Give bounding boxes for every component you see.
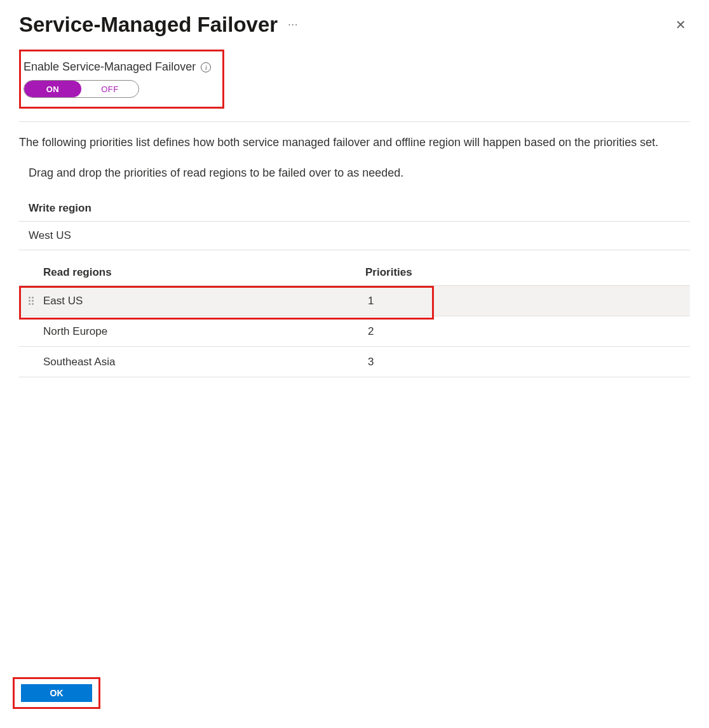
panel-header: Service-Managed Failover ··· ✕: [0, 0, 709, 43]
drag-handle-icon[interactable]: [24, 316, 38, 346]
read-regions-column-header: Read regions: [19, 266, 365, 279]
drag-handle-icon[interactable]: [24, 286, 38, 316]
region-row-wrapper: East US 1: [19, 286, 690, 316]
page-title: Service-Managed Failover: [19, 13, 278, 37]
region-name: East US: [38, 295, 365, 307]
write-region-label: Write region: [19, 196, 690, 222]
enable-label-row: Enable Service-Managed Failover i: [24, 60, 211, 74]
divider: [19, 121, 690, 122]
read-regions-header: Read regions Priorities: [19, 250, 690, 286]
drag-handle-icon[interactable]: [24, 347, 38, 377]
title-group: Service-Managed Failover ···: [19, 13, 299, 37]
toggle-off-option[interactable]: OFF: [81, 81, 138, 97]
region-name: North Europe: [38, 325, 365, 338]
close-icon[interactable]: ✕: [672, 13, 690, 36]
region-priority: 2: [365, 325, 374, 338]
more-options-icon[interactable]: ···: [288, 19, 298, 30]
info-icon[interactable]: i: [201, 62, 211, 72]
read-region-row[interactable]: North Europe 2: [19, 316, 690, 347]
region-name: Southeast Asia: [38, 356, 365, 368]
ok-button[interactable]: OK: [21, 684, 92, 702]
write-region-value: West US: [19, 222, 690, 250]
footer: OK: [13, 677, 100, 709]
read-region-row[interactable]: Southeast Asia 3: [19, 347, 690, 377]
priorities-column-header: Priorities: [365, 266, 412, 279]
enable-failover-label: Enable Service-Managed Failover: [24, 60, 196, 74]
enable-failover-toggle[interactable]: ON OFF: [24, 80, 139, 98]
panel-content: Enable Service-Managed Failover i ON OFF…: [0, 43, 709, 377]
toggle-on-option[interactable]: ON: [24, 81, 81, 97]
priorities-description: The following priorities list defines ho…: [19, 135, 690, 151]
drag-instruction: Drag and drop the priorities of read reg…: [19, 166, 690, 180]
read-region-row[interactable]: East US 1: [19, 286, 690, 316]
enable-failover-section: Enable Service-Managed Failover i ON OFF: [19, 50, 224, 109]
region-priority: 1: [365, 295, 374, 307]
region-priority: 3: [365, 356, 374, 368]
